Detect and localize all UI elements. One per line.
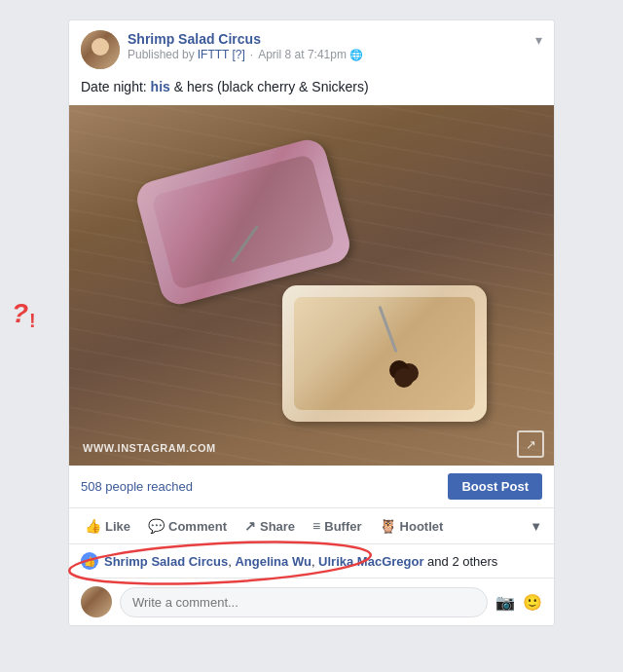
post-header: Shrimp Salad Circus Published by IFTTT [… — [69, 20, 554, 77]
ice-cream-top — [133, 135, 354, 308]
stats-bar: 508 people reached Boost Post — [69, 466, 554, 508]
page-name[interactable]: Shrimp Salad Circus — [128, 30, 542, 48]
like-thumb-icon: 👍 — [81, 552, 98, 570]
chevron-icon[interactable]: ▾ — [535, 32, 542, 48]
hootlet-icon: 🦉 — [380, 518, 396, 534]
likes-suffix: and 2 others — [423, 554, 497, 569]
emoji-icon[interactable]: 🙂 — [523, 593, 542, 612]
comment-button[interactable]: 💬 Comment — [140, 512, 235, 540]
svg-text:?: ? — [12, 297, 28, 327]
external-link-icon[interactable]: ↗ — [517, 430, 544, 458]
thumb-symbol: 👍 — [84, 556, 95, 567]
post-image — [69, 105, 554, 466]
action-bar: 👍 Like 💬 Comment ↗ Share ≡ Buffer 🦉 Hoot… — [69, 508, 554, 544]
side-annotation: ? ! — [10, 292, 49, 354]
hootlet-label: Hootlet — [400, 519, 444, 534]
share-button[interactable]: ↗ Share — [237, 512, 303, 540]
buffer-icon: ≡ — [312, 518, 320, 534]
post-meta: Published by IFTTT [?] · April 8 at 7:41… — [128, 48, 542, 61]
likes-row: 👍 Shrimp Salad Circus, Angelina Wu, Ulri… — [69, 544, 554, 579]
published-by-label: Published by — [128, 48, 195, 61]
likes-text: Shrimp Salad Circus, Angelina Wu, Ulrika… — [104, 554, 497, 569]
people-reached: 508 people reached — [81, 479, 193, 494]
page-wrapper: ? ! Shrimp Salad Circus Published by IFT… — [0, 19, 623, 626]
more-icon: ▼ — [530, 519, 542, 534]
comment-label: Comment — [168, 519, 227, 534]
svg-text:!: ! — [29, 309, 36, 330]
comment-row: 📷 🙂 — [69, 579, 554, 625]
post-text: Date night: his & hers (black cherry & S… — [69, 77, 554, 105]
dark-swirl — [394, 368, 414, 388]
comment-icons: 📷 🙂 — [495, 593, 542, 612]
liker-2[interactable]: Angelina Wu — [235, 554, 311, 569]
like-label: Like — [105, 519, 130, 534]
share-icon: ↗ — [244, 518, 256, 534]
post-image-container[interactable]: WWW.INSTAGRAM.COM ↗ — [69, 105, 554, 466]
commenter-avatar — [81, 586, 112, 617]
buffer-label: Buffer — [324, 519, 361, 534]
liker-1[interactable]: Shrimp Salad Circus — [104, 554, 228, 569]
boost-post-button[interactable]: Boost Post — [448, 473, 542, 500]
post-card: Shrimp Salad Circus Published by IFTTT [… — [68, 19, 555, 626]
post-text-highlight[interactable]: his — [151, 79, 170, 94]
hootlet-button[interactable]: 🦉 Hootlet — [372, 512, 452, 540]
post-date: April 8 at 7:41pm — [258, 48, 347, 61]
ice-cream-bottom — [282, 285, 487, 422]
ice-cream-scene — [127, 130, 496, 441]
header-info: Shrimp Salad Circus Published by IFTTT [… — [128, 30, 542, 61]
camera-icon[interactable]: 📷 — [495, 593, 515, 612]
post-text-before: Date night: — [81, 79, 151, 94]
buffer-button[interactable]: ≡ Buffer — [305, 512, 369, 540]
more-actions-button[interactable]: ▼ — [526, 513, 546, 540]
share-label: Share — [260, 519, 295, 534]
globe-icon: 🌐 — [349, 49, 363, 61]
instagram-watermark: WWW.INSTAGRAM.COM — [83, 442, 216, 454]
like-icon: 👍 — [85, 518, 101, 534]
liker-3[interactable]: Ulrika MacGregor — [318, 554, 423, 569]
post-text-after: & hers (black cherry & Snickers) — [170, 79, 369, 94]
avatar[interactable] — [81, 30, 120, 69]
comment-icon: 💬 — [148, 518, 165, 534]
like-button[interactable]: 👍 Like — [77, 512, 138, 540]
ifttt-link[interactable]: IFTTT [?] — [198, 48, 245, 61]
comment-input[interactable] — [120, 587, 488, 617]
meta-separator: · — [250, 48, 253, 61]
